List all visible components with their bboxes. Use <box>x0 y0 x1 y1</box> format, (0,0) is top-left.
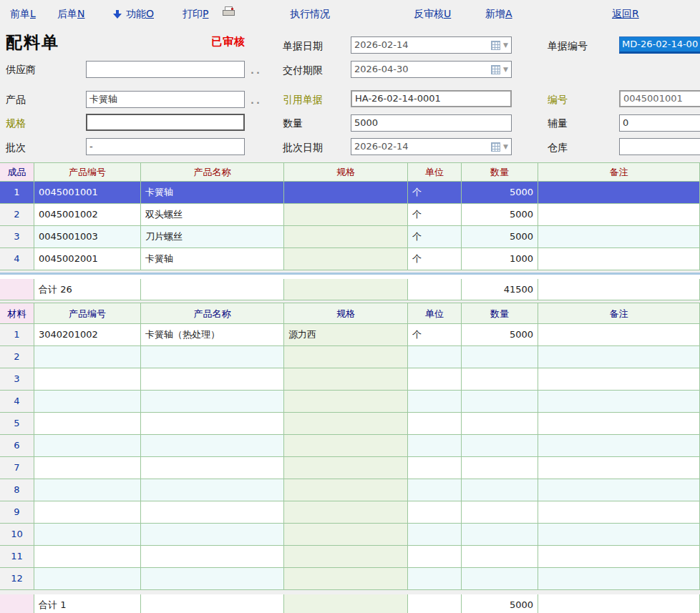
cell-note[interactable] <box>538 391 700 413</box>
cell-unit[interactable]: 个 <box>408 226 462 248</box>
cell-product-name[interactable]: 刀片螺丝 <box>141 226 284 248</box>
delivery-date-input[interactable]: 2026-04-30 ▼ <box>351 61 512 78</box>
cell-spec[interactable] <box>284 413 408 435</box>
row-number[interactable]: 4 <box>0 248 34 270</box>
prev-doc-button[interactable]: 前单L <box>10 8 36 21</box>
row-number[interactable]: 1 <box>0 324 34 346</box>
cell-product-code[interactable]: 0045001002 <box>34 204 141 226</box>
cell-unit[interactable]: 个 <box>408 204 462 226</box>
cell-unit[interactable] <box>408 435 462 457</box>
cell-note[interactable] <box>538 524 700 546</box>
cell-spec[interactable] <box>284 368 408 391</box>
cell-product-name[interactable] <box>141 413 284 435</box>
supplier-browse-button[interactable]: .. <box>251 65 262 76</box>
cell-quantity[interactable] <box>462 413 538 435</box>
table-splitter[interactable] <box>0 273 700 279</box>
row-number[interactable]: 8 <box>0 479 34 501</box>
row-number[interactable]: 4 <box>0 391 34 413</box>
cell-note[interactable] <box>538 204 700 226</box>
batch-input[interactable]: - <box>86 138 245 155</box>
row-number[interactable]: 5 <box>0 413 34 435</box>
doc-date-input[interactable]: 2026-02-14 ▼ <box>351 36 512 54</box>
cell-unit[interactable] <box>408 346 462 368</box>
ref-doc-input[interactable]: HA-26-02-14-0001 <box>351 90 512 107</box>
return-button[interactable]: 返回R <box>612 8 639 21</box>
row-number[interactable]: 2 <box>0 346 34 368</box>
cell-unit[interactable] <box>408 546 462 568</box>
cell-note[interactable] <box>538 368 700 391</box>
cell-note[interactable] <box>538 435 700 457</box>
cell-spec[interactable] <box>284 546 408 568</box>
cell-product-code[interactable] <box>34 546 141 568</box>
cell-quantity[interactable] <box>462 546 538 568</box>
cell-product-code[interactable] <box>34 413 141 435</box>
cell-product-code[interactable]: 3040201002 <box>34 324 141 346</box>
cell-quantity[interactable]: 5000 <box>462 324 538 346</box>
cell-unit[interactable] <box>408 457 462 479</box>
cell-quantity[interactable] <box>462 457 538 479</box>
cell-unit[interactable] <box>408 524 462 546</box>
doc-date-calendar-button[interactable]: ▼ <box>491 37 508 53</box>
cell-unit[interactable] <box>408 391 462 413</box>
cell-spec[interactable] <box>284 479 408 501</box>
cell-product-code[interactable] <box>34 568 141 590</box>
cell-unit[interactable] <box>408 413 462 435</box>
print-button[interactable]: 打印P <box>183 8 208 21</box>
unapprove-button[interactable]: 反审核U <box>414 8 451 21</box>
row-number[interactable]: 3 <box>0 226 34 248</box>
cell-spec[interactable] <box>284 248 408 270</box>
cell-product-name[interactable] <box>141 346 284 368</box>
cell-note[interactable] <box>538 546 700 568</box>
row-number[interactable]: 12 <box>0 568 34 590</box>
cell-spec[interactable] <box>284 391 408 413</box>
cell-product-code[interactable] <box>34 457 141 479</box>
cell-unit[interactable] <box>408 368 462 391</box>
cell-spec[interactable] <box>284 226 408 248</box>
cell-quantity[interactable]: 5000 <box>462 226 538 248</box>
cell-product-name[interactable]: 卡簧轴 <box>141 182 284 204</box>
cell-product-code[interactable] <box>34 479 141 501</box>
cell-product-name[interactable] <box>141 479 284 501</box>
cell-product-name[interactable] <box>141 435 284 457</box>
cell-note[interactable] <box>538 457 700 479</box>
cell-product-code[interactable] <box>34 368 141 391</box>
cell-product-name[interactable] <box>141 546 284 568</box>
cell-unit[interactable] <box>408 568 462 590</box>
cell-spec[interactable] <box>284 435 408 457</box>
cell-quantity[interactable] <box>462 391 538 413</box>
cell-product-name[interactable]: 双头螺丝 <box>141 204 284 226</box>
cell-spec[interactable] <box>284 501 408 524</box>
cell-product-code[interactable] <box>34 391 141 413</box>
cell-unit[interactable] <box>408 479 462 501</box>
warehouse-input[interactable] <box>619 138 700 155</box>
cell-product-name[interactable] <box>141 501 284 524</box>
add-new-button[interactable]: 新增A <box>485 8 512 21</box>
cell-spec[interactable] <box>284 457 408 479</box>
cell-spec[interactable] <box>284 568 408 590</box>
cell-quantity[interactable] <box>462 368 538 391</box>
row-number[interactable]: 3 <box>0 368 34 391</box>
cell-spec[interactable]: 源力西 <box>284 324 408 346</box>
cell-note[interactable] <box>538 346 700 368</box>
cell-quantity[interactable] <box>462 435 538 457</box>
doc-no-input[interactable]: MD-26-02-14-00 <box>619 36 700 54</box>
cell-product-name[interactable] <box>141 568 284 590</box>
cell-quantity[interactable]: 5000 <box>462 204 538 226</box>
cell-quantity[interactable] <box>462 479 538 501</box>
cell-product-name[interactable] <box>141 391 284 413</box>
row-number[interactable]: 6 <box>0 435 34 457</box>
cell-product-code[interactable] <box>34 435 141 457</box>
cell-note[interactable] <box>538 248 700 270</box>
functions-menu-button[interactable]: 功能O <box>113 8 154 21</box>
row-number[interactable]: 9 <box>0 501 34 524</box>
product-input[interactable]: 卡簧轴 <box>86 91 245 108</box>
cell-spec[interactable] <box>284 524 408 546</box>
cell-product-code[interactable] <box>34 346 141 368</box>
delivery-date-calendar-button[interactable]: ▼ <box>491 62 508 77</box>
cell-spec[interactable] <box>284 204 408 226</box>
aux-qty-input[interactable]: 0 <box>619 114 700 132</box>
execution-status-button[interactable]: 执行情况 <box>290 8 330 21</box>
row-number[interactable]: 10 <box>0 524 34 546</box>
code-input[interactable]: 0045001001 <box>619 90 700 107</box>
next-doc-button[interactable]: 后单N <box>57 8 84 21</box>
